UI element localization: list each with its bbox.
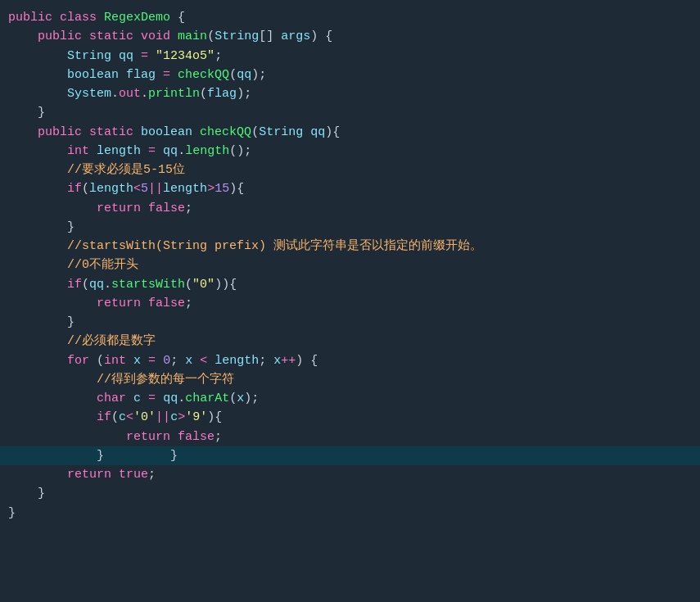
code-line-5: System.out.println(flag); (0, 84, 700, 103)
code-line-1: public class RegexDemo { (0, 8, 700, 27)
code-line-22: if(c<'0'||c>'9'){ (0, 408, 700, 427)
keyword-class: class (60, 8, 97, 27)
code-line-8: int length = qq.length(); (0, 142, 700, 161)
code-line-15: if(qq.startsWith("0")){ (0, 275, 700, 294)
code-line-24: } } (0, 446, 700, 465)
code-line-18: //必须都是数字 (0, 332, 700, 351)
keyword-public: public (8, 8, 52, 27)
code-line-7: public static boolean checkQQ(String qq)… (0, 123, 700, 142)
code-line-25: return true; (0, 465, 700, 484)
code-line-6: } (0, 103, 700, 122)
code-line-4: boolean flag = checkQQ(qq); (0, 66, 700, 84)
code-line-16: return false; (0, 294, 700, 313)
code-line-20: //得到参数的每一个字符 (0, 370, 700, 389)
code-line-11: return false; (0, 199, 700, 218)
code-line-19: for (int x = 0; x < length; x++) { (0, 351, 700, 370)
code-line-17: } (0, 313, 700, 332)
code-line-23: return false; (0, 428, 700, 446)
code-line-10: if(length<5||length>15){ (0, 179, 700, 198)
code-line-14: //0不能开头 (0, 256, 700, 274)
code-line-26: } (0, 484, 700, 503)
code-editor: public class RegexDemo { public static v… (0, 0, 700, 602)
code-line-3: String qq = "1234o5"; (0, 47, 700, 66)
code-line-27: } (0, 504, 700, 523)
code-line-13: //startsWith(String prefix) 测试此字符串是否以指定的… (0, 237, 700, 256)
code-line-2: public static void main(String[] args) { (0, 27, 700, 46)
class-name: RegexDemo (104, 8, 170, 27)
code-line-21: char c = qq.charAt(x); (0, 389, 700, 408)
code-line-12: } (0, 218, 700, 237)
code-line-9: //要求必须是5-15位 (0, 161, 700, 179)
